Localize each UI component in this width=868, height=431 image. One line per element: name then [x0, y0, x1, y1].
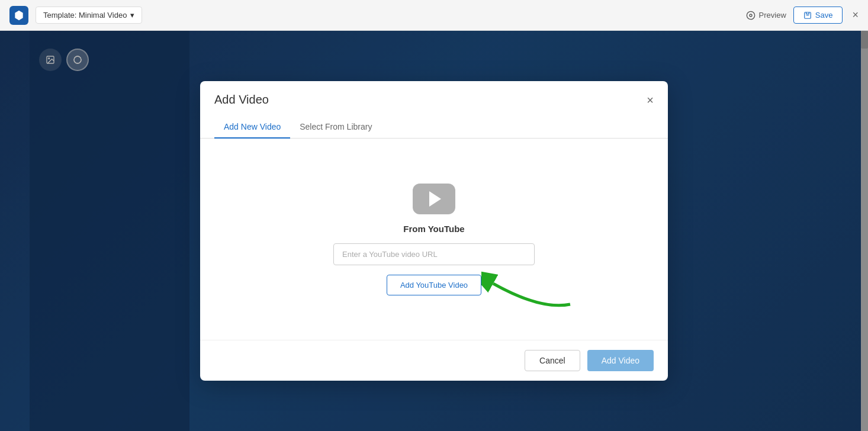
modal-body: From YouTube Add YouTube Video — [200, 139, 668, 340]
modal-overlay: Add Video × Add New Video Select From Li… — [0, 31, 868, 431]
green-arrow-annotation — [481, 269, 600, 328]
main-area: Add Video × Add New Video Select From Li… — [0, 31, 868, 431]
save-button[interactable]: Save — [793, 7, 843, 24]
cancel-button[interactable]: Cancel — [525, 350, 580, 371]
youtube-url-input[interactable] — [333, 243, 535, 265]
modal-title: Add Video — [214, 93, 269, 107]
play-icon — [429, 191, 441, 207]
toolbar-close-button[interactable]: × — [852, 9, 859, 21]
preview-label: Preview — [759, 11, 786, 20]
toolbar-right: Preview Save × — [746, 7, 859, 24]
add-video-button[interactable]: Add Video — [587, 350, 654, 371]
tab-select-from-library[interactable]: Select From Library — [290, 116, 381, 139]
toolbar: Template: Minimal Video ▾ Preview Save × — [0, 0, 868, 31]
template-selector[interactable]: Template: Minimal Video ▾ — [36, 7, 142, 24]
modal-header: Add Video × — [200, 81, 668, 107]
app-logo — [9, 6, 28, 25]
template-label: Template: Minimal Video — [43, 11, 127, 20]
svg-point-1 — [750, 14, 752, 17]
add-youtube-video-button[interactable]: Add YouTube Video — [387, 275, 481, 295]
modal-close-button[interactable]: × — [647, 94, 654, 106]
youtube-icon — [413, 184, 455, 214]
modal-footer: Cancel Add Video — [200, 340, 668, 381]
svg-point-0 — [747, 11, 754, 19]
modal-body-inner: From YouTube Add YouTube Video — [214, 184, 654, 295]
from-youtube-label: From YouTube — [403, 224, 464, 234]
modal-tabs: Add New Video Select From Library — [200, 116, 668, 139]
tab-add-new-video[interactable]: Add New Video — [214, 116, 290, 139]
preview-button[interactable]: Preview — [746, 11, 786, 20]
template-dropdown-icon: ▾ — [130, 11, 134, 20]
add-video-modal: Add Video × Add New Video Select From Li… — [200, 81, 668, 381]
save-label: Save — [815, 11, 833, 20]
